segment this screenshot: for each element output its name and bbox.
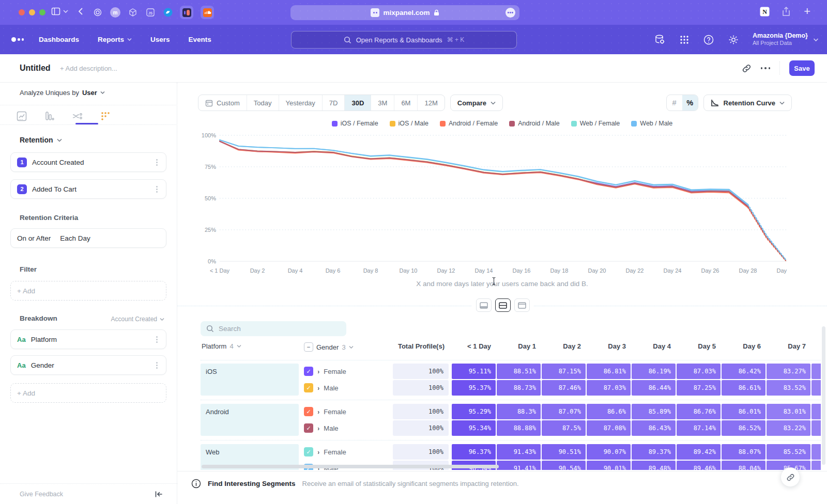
minimize-window-button[interactable] <box>29 9 35 15</box>
retention-value-cell[interactable]: 88.88% <box>497 420 541 436</box>
retention-value-cell[interactable]: 87.5% <box>542 420 586 436</box>
absolute-numbers-toggle[interactable]: # <box>667 95 682 111</box>
vertical-scrollbar[interactable] <box>822 326 825 465</box>
expand-row-icon[interactable]: › <box>317 368 319 375</box>
add-description-placeholder[interactable]: + Add description... <box>60 65 117 72</box>
retention-value-cell[interactable]: 86.19% <box>632 364 676 379</box>
retention-value-cell[interactable]: 83.27% <box>767 364 810 379</box>
extensions-more-icon[interactable]: ••• <box>506 8 515 18</box>
nav-link-dashboards[interactable]: Dashboards <box>39 36 79 43</box>
project-switcher[interactable]: Amazonia {Demo} All Project Data <box>753 32 819 47</box>
expand-row-icon[interactable]: › <box>317 408 319 416</box>
extension-soundcloud-icon[interactable] <box>201 6 214 19</box>
extension-cube-icon[interactable] <box>126 6 140 19</box>
retention-value-cell[interactable]: 96.37% <box>452 444 496 460</box>
zoom-window-button[interactable] <box>39 9 45 15</box>
step-options-icon[interactable] <box>156 162 158 163</box>
retention-value-cell[interactable]: 88.73% <box>497 380 541 396</box>
step-options-icon[interactable] <box>156 188 158 190</box>
breakdown-gender[interactable]: Aa Gender <box>10 355 166 375</box>
extension-bird-icon[interactable] <box>161 6 175 19</box>
retention-value-cell[interactable]: 87.14% <box>677 420 721 436</box>
range-12m[interactable]: 12M <box>418 95 444 111</box>
gender-column-header[interactable]: − Gender3 <box>304 342 354 352</box>
retention-value-cell[interactable]: 85.89% <box>632 404 676 419</box>
breakdown-scope-dropdown[interactable]: Account Created <box>111 316 164 323</box>
retention-value-cell[interactable]: 89.42% <box>677 444 721 460</box>
notion-tab-icon[interactable]: N <box>759 6 770 17</box>
series-checkbox[interactable]: ✓ <box>304 367 313 376</box>
legend-item[interactable]: Android / Male <box>509 120 560 127</box>
criteria-interval[interactable]: Each Day <box>60 234 90 242</box>
expand-row-icon[interactable]: › <box>317 424 319 432</box>
retention-value-cell[interactable]: 83.22% <box>767 420 810 436</box>
platform-column-header[interactable]: Platform4 <box>202 342 241 350</box>
series-checkbox[interactable]: ✓ <box>304 407 313 416</box>
add-filter-button[interactable]: + Add <box>10 281 166 301</box>
global-search-button[interactable]: Open Reports & Dashboards ⌘ + K <box>291 31 517 49</box>
extension-target-icon[interactable] <box>91 6 104 19</box>
retention-value-cell[interactable]: 86.76% <box>677 404 721 419</box>
extension-js-icon[interactable]: JS <box>144 6 157 19</box>
retention-value-cell[interactable]: 89.46% <box>677 461 721 470</box>
help-icon[interactable] <box>703 34 714 45</box>
save-button[interactable]: Save <box>789 60 815 76</box>
extension-mixpanel-icon[interactable] <box>180 6 193 19</box>
legend-item[interactable]: iOS / Male <box>390 120 428 127</box>
series-checkbox[interactable]: ✓ <box>304 383 313 392</box>
new-tab-icon[interactable]: + <box>804 5 810 18</box>
series-checkbox[interactable]: ✓ <box>304 447 313 456</box>
retention-value-cell[interactable]: 87.15% <box>542 364 586 379</box>
expand-row-icon[interactable]: › <box>317 384 319 392</box>
retention-value-cell[interactable]: 91.41% <box>497 461 541 470</box>
retention-step-2[interactable]: 2 Added To Cart <box>10 179 166 199</box>
retention-value-cell[interactable]: 95.11% <box>452 364 496 379</box>
retention-value-cell[interactable]: 87.25% <box>677 380 721 396</box>
find-segments-title[interactable]: Find Interesting Segments <box>208 480 296 487</box>
collapse-sidebar-icon[interactable] <box>155 491 163 498</box>
range-6m[interactable]: 6M <box>394 95 418 111</box>
retention-section-header[interactable]: Retention <box>20 136 62 144</box>
retention-value-cell[interactable]: 89.37% <box>632 444 676 460</box>
nav-link-users[interactable]: Users <box>150 36 170 43</box>
range-yesterday[interactable]: Yesterday <box>279 95 323 111</box>
select-all-checkbox[interactable]: − <box>304 342 313 352</box>
retention-value-cell[interactable]: 95.34% <box>452 420 496 436</box>
retention-value-cell[interactable]: 87.03% <box>677 364 721 379</box>
tab-flows[interactable] <box>68 108 87 124</box>
legend-item[interactable]: Web / Female <box>571 120 620 127</box>
retention-value-cell[interactable]: 90.01% <box>587 461 631 470</box>
gender-cell[interactable]: ✓›Female <box>304 444 392 460</box>
settings-gear-icon[interactable] <box>728 34 739 45</box>
retention-value-cell[interactable]: 86.61% <box>722 380 765 396</box>
tab-retention[interactable] <box>96 108 115 124</box>
retention-value-cell[interactable]: 83.52% <box>767 380 810 396</box>
table-only-view-button[interactable] <box>514 298 530 312</box>
retention-value-cell[interactable]: 85.52% <box>767 444 810 460</box>
retention-value-cell[interactable]: 83.01% <box>767 404 810 419</box>
range-today[interactable]: Today <box>247 95 279 111</box>
retention-value-cell[interactable]: 90.07% <box>587 444 631 460</box>
criteria-operator[interactable]: On or After <box>17 234 51 242</box>
add-breakdown-button[interactable]: + Add <box>10 383 166 403</box>
gender-cell[interactable]: ✓›Female <box>304 404 392 419</box>
table-search-input[interactable]: Search <box>201 321 346 336</box>
copy-link-icon[interactable] <box>742 64 752 73</box>
mixpanel-logo[interactable] <box>11 37 24 42</box>
retention-value-cell[interactable]: 86.52% <box>722 420 765 436</box>
more-actions-icon[interactable] <box>761 67 771 69</box>
browser-back-icon[interactable] <box>76 6 86 17</box>
range-30d[interactable]: 30D <box>345 95 371 111</box>
percent-toggle[interactable]: % <box>682 95 698 111</box>
nav-link-reports[interactable]: Reports <box>98 36 132 43</box>
retention-value-cell[interactable]: 86.01% <box>722 404 765 419</box>
browser-sidebar-icon[interactable] <box>51 6 61 17</box>
split-view-button[interactable] <box>495 298 511 312</box>
retention-value-cell[interactable]: 90.54% <box>542 461 586 470</box>
chart-type-dropdown[interactable]: Retention Curve <box>703 94 792 111</box>
retention-value-cell[interactable]: 87.07% <box>542 404 586 419</box>
share-link-floating-button[interactable] <box>780 467 800 487</box>
legend-item[interactable]: iOS / Female <box>332 120 378 127</box>
retention-value-cell[interactable]: 87.08% <box>587 420 631 436</box>
breakdown-options-icon[interactable] <box>156 365 158 366</box>
